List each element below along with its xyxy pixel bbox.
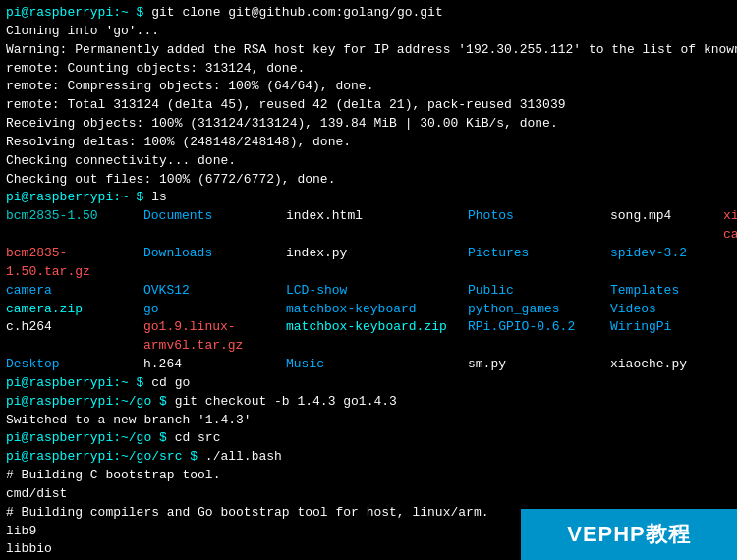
ls-file: bcm2835-1.50.tar.gz <box>6 245 143 282</box>
ls-file: go1.9.linux-armv6l.tar.gz <box>143 318 286 356</box>
ls-file: camera <box>6 282 143 301</box>
cmd-text: cd go <box>151 375 190 390</box>
terminal-line: pi@raspberrypi:~ $ ls <box>6 189 731 207</box>
watermark-banner: VEPHP教程 <box>521 509 737 560</box>
ls-file: spidev-3.2 <box>610 245 723 282</box>
ls-file: WiringPi <box>610 318 723 356</box>
ls-file: Photos <box>468 207 610 245</box>
terminal-line: pi@raspberrypi:~ $ cd go <box>6 374 731 393</box>
cmd-text: ./all.bash <box>205 449 282 464</box>
ls-file: Videos <box>610 301 723 319</box>
ls-file: h.264 <box>143 356 286 374</box>
ls-file: camera.zip <box>6 301 143 319</box>
ls-file: go <box>143 301 286 319</box>
ls-file: Music <box>286 356 468 374</box>
ls-file: Desktop <box>6 356 143 374</box>
terminal: pi@raspberrypi:~ $ git clone git@github.… <box>0 0 737 560</box>
prompt: pi@raspberrypi:~/go $ <box>6 394 175 409</box>
ls-file: Templates <box>610 282 723 301</box>
terminal-line: Warning: Permanently added the RSA host … <box>6 41 731 60</box>
watermark-text: VEPHP教程 <box>567 520 691 549</box>
terminal-line: pi@raspberrypi:~/go $ cd src <box>6 429 731 448</box>
terminal-line: cmd/dist <box>6 485 731 504</box>
ls-file <box>723 245 737 282</box>
ls-file: python_games <box>468 301 610 319</box>
ls-file: c.h264 <box>6 318 143 356</box>
ls-file: xiaoche.py <box>610 356 723 374</box>
ls-file: index.html <box>286 207 468 245</box>
terminal-line: Switched to a new branch '1.4.3' <box>6 412 731 430</box>
prompt: pi@raspberrypi:~ $ <box>6 190 151 204</box>
terminal-line: pi@raspberrypi:~/go/src $ ./all.bash <box>6 448 731 467</box>
terminal-line: remote: Compressing objects: 100% (64/64… <box>6 78 731 96</box>
terminal-line: Receiving objects: 100% (313124/313124),… <box>6 115 731 134</box>
cmd-text: git checkout -b 1.4.3 go1.4.3 <box>175 394 397 409</box>
prompt: pi@raspberrypi:~/go/src $ <box>6 449 205 464</box>
ls-file: matchbox-keyboard <box>286 301 468 319</box>
terminal-line: remote: Counting objects: 313124, done. <box>6 60 731 79</box>
terminal-line: pi@raspberrypi:~/go $ git checkout -b 1.… <box>6 393 731 412</box>
ls-file <box>723 282 737 301</box>
ls-file: OVKS12 <box>143 282 286 301</box>
ls-file: bcm2835-1.50 <box>6 207 143 245</box>
ls-file: xinput-calibrator.deb <box>723 207 737 245</box>
ls-file <box>723 318 737 356</box>
ls-file: song.mp4 <box>610 207 723 245</box>
cmd-text: git clone git@github.com:golang/go.git <box>151 5 442 20</box>
ls-file: sm.py <box>468 356 610 374</box>
ls-file: Downloads <box>143 245 286 282</box>
cmd-text: cd src <box>175 430 221 445</box>
ls-file: index.py <box>286 245 468 282</box>
terminal-line: pi@raspberrypi:~ $ git clone git@github.… <box>6 4 731 23</box>
ls-file: Public <box>468 282 610 301</box>
terminal-line: remote: Total 313124 (delta 45), reused … <box>6 96 731 115</box>
cmd-text: ls <box>151 190 167 204</box>
ls-file: RPi.GPIO-0.6.2 <box>468 318 610 356</box>
terminal-line: Checking connectivity... done. <box>6 152 731 171</box>
prompt: pi@raspberrypi:~ $ <box>6 5 151 20</box>
terminal-line: # Building C bootstrap tool. <box>6 467 731 485</box>
ls-output: bcm2835-1.50 Documents index.html Photos… <box>6 207 731 374</box>
terminal-line: Cloning into 'go'... <box>6 23 731 41</box>
ls-file: Documents <box>143 207 286 245</box>
ls-file <box>723 301 737 319</box>
terminal-line: Checking out files: 100% (6772/6772), do… <box>6 171 731 190</box>
ls-file <box>723 356 737 374</box>
ls-file: matchbox-keyboard.zip <box>286 318 468 356</box>
ls-file: LCD-show <box>286 282 468 301</box>
prompt: pi@raspberrypi:~/go $ <box>6 430 175 445</box>
ls-file: Pictures <box>468 245 610 282</box>
terminal-line: Resolving deltas: 100% (248148/248148), … <box>6 134 731 152</box>
prompt: pi@raspberrypi:~ $ <box>6 375 151 390</box>
